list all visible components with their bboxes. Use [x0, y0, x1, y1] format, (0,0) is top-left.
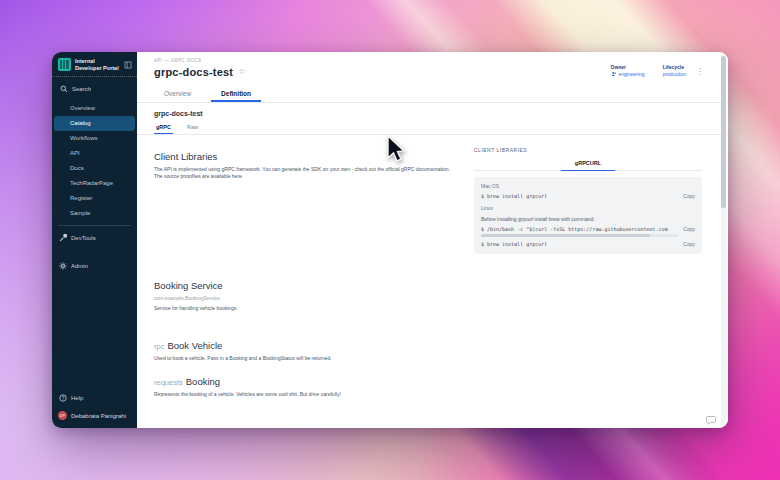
- page-title: grpc-docs-test: [154, 66, 233, 78]
- definition-card-title: grpc-docs-test: [154, 110, 704, 117]
- sidebar-item-register[interactable]: Register: [52, 191, 137, 206]
- rpc-desc: Used to book a vehicle. Pass in a Bookin…: [154, 355, 702, 362]
- sidebar-item-help[interactable]: ? Help: [52, 390, 137, 406]
- sidebar-logo-row: Internal Developer Portal: [52, 52, 137, 77]
- user-avatar: DP: [58, 411, 67, 420]
- request-kind: requests: [154, 378, 183, 387]
- sidebar-devtools-label: DevTools: [71, 235, 96, 241]
- request-heading: requestsBooking: [154, 376, 702, 387]
- definition-content: Client Libraries The API is implemented …: [137, 135, 728, 428]
- copy-button[interactable]: Copy: [683, 241, 695, 247]
- code-horizontal-scrollbar: [481, 234, 678, 237]
- search-icon: [60, 85, 68, 93]
- subtab-grpc[interactable]: gRPC: [154, 122, 173, 134]
- sidebar-help-label: Help: [71, 395, 83, 401]
- tab-overview[interactable]: Overview: [154, 86, 201, 102]
- help-icon: ?: [59, 394, 67, 402]
- group-icon: [611, 71, 617, 77]
- rpc-heading: rpcBook Vehicle: [154, 340, 702, 351]
- booking-service-fqn: com.example.BookingService: [154, 295, 702, 301]
- rpc-book-vehicle-section: rpcBook Vehicle Used to book a vehicle. …: [154, 340, 702, 362]
- app-logo-icon: [58, 58, 71, 71]
- request-desc: Represents the booking of a vehicle. Veh…: [154, 391, 702, 398]
- client-libraries-desc: The API is implemented using gRPC framew…: [154, 166, 454, 180]
- copy-button[interactable]: Copy: [683, 193, 695, 199]
- client-libraries-desc-line2: The source protofiles are available here…: [154, 173, 243, 179]
- kebab-menu-icon[interactable]: ⋮: [696, 67, 704, 76]
- sidebar-spacer: [52, 274, 137, 390]
- gear-icon: [59, 262, 67, 270]
- owner-link[interactable]: engineering: [611, 71, 645, 77]
- lifecycle-value: production: [663, 71, 686, 77]
- sidebar-item-sample[interactable]: Sample: [52, 206, 137, 221]
- rpc-name: Book Vehicle: [167, 340, 222, 351]
- app-window: Internal Developer Portal Search Overvie…: [52, 52, 728, 428]
- definition-card-header: grpc-docs-test gRPC Raw: [137, 103, 728, 135]
- sidebar-item-docs[interactable]: Docs: [52, 161, 137, 176]
- sidebar-user[interactable]: DP Debabrata Panigrahi: [52, 406, 137, 428]
- sidebar: Internal Developer Portal Search Overvie…: [52, 52, 137, 428]
- sidebar-item-catalog[interactable]: Catalog: [54, 116, 135, 131]
- request-name: Booking: [186, 376, 220, 387]
- sidebar-search-label: Search: [72, 86, 91, 92]
- code-row-linux-grpcurl: $ brew install grpcurl Copy: [481, 241, 695, 247]
- client-libraries-intro: Client Libraries The API is implemented …: [154, 147, 454, 180]
- sidebar-item-workflows[interactable]: Workflows: [52, 131, 137, 146]
- user-name: Debabrata Panigrahi: [71, 413, 126, 419]
- sidebar-admin-label: Admin: [71, 263, 88, 269]
- breadcrumb: API — GRPC DOCS: [154, 58, 704, 63]
- sidebar-pin-icon[interactable]: [124, 61, 132, 69]
- entity-tabs: Overview Definition: [154, 86, 704, 102]
- owner-value: engineering: [619, 71, 645, 77]
- owner-label: Owner: [611, 64, 645, 70]
- main-content: API — GRPC DOCS grpc-docs-test ☆ Owner e…: [137, 52, 728, 428]
- code-row-macos: $ brew install grpcurl Copy: [481, 193, 695, 199]
- client-libraries-panel: CLIENT LIBRARIES gRPCURL Mac OS $ brew i…: [474, 147, 702, 254]
- entity-meta: Owner engineering Lifecycle production: [611, 64, 687, 77]
- code-horizontal-scrollbar-thumb[interactable]: [481, 234, 650, 237]
- feedback-bubble-icon[interactable]: [706, 411, 716, 421]
- sidebar-item-admin[interactable]: Admin: [52, 258, 137, 274]
- page-header: API — GRPC DOCS grpc-docs-test ☆ Owner e…: [137, 52, 728, 102]
- tab-grpcurl[interactable]: gRPCURL: [561, 157, 615, 170]
- booking-service-desc: Service for handling vehicle bookings.: [154, 305, 702, 312]
- sidebar-nav: Overview Catalog Workflows API Docs Tech…: [52, 99, 137, 221]
- requests-booking-section: requestsBooking Represents the booking o…: [154, 376, 702, 398]
- sidebar-item-techradarpage[interactable]: TechRadarPage: [52, 176, 137, 191]
- sidebar-item-overview[interactable]: Overview: [52, 101, 137, 116]
- sidebar-item-search[interactable]: Search: [52, 77, 137, 99]
- linux-brew-install-command: $ /bin/bash -c "$(curl -fsSL https://raw…: [481, 226, 677, 232]
- favorite-star-icon[interactable]: ☆: [238, 67, 245, 76]
- linux-note: Before installing grpcurl install brew w…: [481, 216, 695, 222]
- desktop-background: Internal Developer Portal Search Overvie…: [0, 0, 780, 480]
- definition-subtabs: gRPC Raw: [154, 122, 704, 134]
- title-row: grpc-docs-test ☆ Owner engineering: [154, 66, 704, 78]
- lifecycle-block: Lifecycle production: [663, 64, 686, 77]
- owner-block: Owner engineering: [611, 64, 645, 77]
- content-scrollbar: [721, 54, 726, 426]
- app-title: Internal Developer Portal: [75, 58, 120, 71]
- sidebar-divider: [58, 225, 131, 226]
- booking-service-heading: Booking Service: [154, 280, 702, 291]
- client-libraries-desc-line1: The API is implemented using gRPC framew…: [154, 166, 450, 172]
- code-row-linux-brew: $ /bin/bash -c "$(curl -fsSL https://raw…: [481, 226, 695, 232]
- sidebar-item-api[interactable]: API: [52, 146, 137, 161]
- panel-tabs: gRPCURL: [474, 157, 702, 171]
- wrench-icon: [59, 234, 67, 242]
- lifecycle-label: Lifecycle: [663, 64, 686, 70]
- macos-install-command: $ brew install grpcurl: [481, 193, 677, 199]
- client-libraries-row: Client Libraries The API is implemented …: [154, 147, 702, 254]
- content-scrollbar-thumb[interactable]: [721, 56, 726, 208]
- linux-label: Linux: [481, 205, 695, 211]
- svg-text:?: ?: [62, 396, 65, 401]
- linux-grpcurl-install-command: $ brew install grpcurl: [481, 241, 677, 247]
- install-instructions-card: Mac OS $ brew install grpcurl Copy Linux…: [474, 177, 702, 254]
- subtab-raw[interactable]: Raw: [185, 122, 200, 134]
- booking-service-section: Booking Service com.example.BookingServi…: [154, 280, 702, 312]
- panel-title: CLIENT LIBRARIES: [474, 147, 702, 153]
- copy-button[interactable]: Copy: [683, 226, 695, 232]
- macos-label: Mac OS: [481, 183, 695, 189]
- sidebar-item-devtools[interactable]: DevTools: [52, 230, 137, 246]
- rpc-kind: rpc: [154, 342, 164, 351]
- tab-definition[interactable]: Definition: [211, 86, 261, 102]
